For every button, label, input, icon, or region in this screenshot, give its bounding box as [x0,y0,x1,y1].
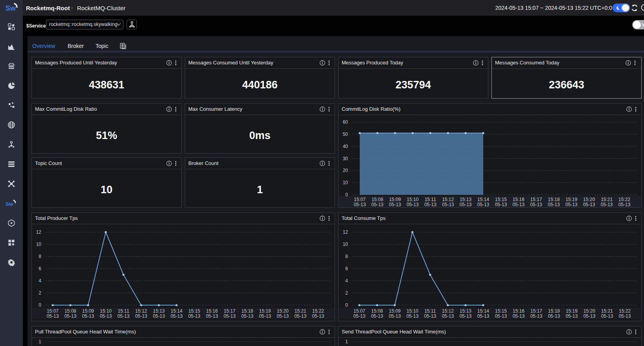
svg-text:15:10: 15:10 [100,308,112,314]
svg-text:15:09: 15:09 [389,197,401,202]
svg-text:05-13: 05-13 [601,202,613,207]
svg-text:05-13: 05-13 [460,202,472,207]
svg-text:05-13: 05-13 [442,202,454,207]
svg-text:15:14: 15:14 [477,197,489,202]
svg-text:05-13: 05-13 [82,313,94,319]
svg-text:10: 10 [36,242,42,247]
svg-text:05-13: 05-13 [583,202,595,207]
svg-text:15:18: 15:18 [548,197,560,202]
svg-text:05-13: 05-13 [153,313,165,319]
svg-text:15:14: 15:14 [171,308,182,314]
svg-text:05-13: 05-13 [206,313,218,319]
svg-text:50: 50 [343,132,348,137]
svg-text:05-13: 05-13 [424,202,436,207]
svg-text:05-13: 05-13 [548,313,560,319]
svg-text:15:07: 15:07 [354,197,366,202]
svg-text:15:15: 15:15 [495,308,507,314]
svg-text:15:13: 15:13 [460,197,471,202]
svg-text:4: 4 [345,278,348,284]
svg-text:05-13: 05-13 [353,313,366,319]
svg-text:1: 1 [39,339,41,344]
svg-text:15:07: 15:07 [353,308,365,314]
svg-text:05-13: 05-13 [477,313,489,319]
svg-text:05-13: 05-13 [442,313,454,319]
svg-text:15:14: 15:14 [477,308,489,314]
svg-text:Sw: Sw [6,201,13,207]
svg-text:10: 10 [343,180,348,185]
svg-text:15:09: 15:09 [82,308,94,314]
svg-text:15:21: 15:21 [601,197,613,202]
svg-text:15:15: 15:15 [188,308,200,314]
svg-text:15:10: 15:10 [407,308,418,314]
svg-text:12: 12 [343,229,348,235]
svg-text:05-13: 05-13 [389,202,401,207]
svg-text:15:13: 15:13 [460,308,471,314]
svg-text:05-13: 05-13 [118,313,130,319]
svg-text:V: V [642,22,644,28]
svg-text:05-13: 05-13 [371,313,383,319]
svg-text:05-13: 05-13 [407,313,419,319]
svg-text:05-13: 05-13 [583,313,596,319]
svg-text:05-13: 05-13 [312,313,324,319]
svg-text:15:17: 15:17 [530,197,542,202]
svg-text:15:17: 15:17 [224,308,236,314]
svg-text:15:22: 15:22 [619,308,631,314]
svg-text:15:18: 15:18 [241,308,253,314]
svg-text:15:08: 15:08 [372,197,383,202]
svg-text:0: 0 [345,302,348,308]
svg-text:15:20: 15:20 [583,308,595,314]
svg-text:6: 6 [345,266,348,271]
svg-text:15:11: 15:11 [118,308,129,314]
svg-text:05-13: 05-13 [188,313,201,319]
svg-text:10: 10 [343,242,348,247]
svg-text:30: 30 [343,156,348,161]
svg-text:05-13: 05-13 [495,313,507,319]
svg-text:12: 12 [36,229,42,235]
svg-text:05-13: 05-13 [135,313,147,319]
svg-text:15:08: 15:08 [64,308,76,314]
svg-text:15:16: 15:16 [513,308,524,314]
svg-text:Sw: Sw [6,4,16,12]
svg-text:05-13: 05-13 [566,313,578,319]
svg-text:05-13: 05-13 [601,313,613,319]
svg-text:15:11: 15:11 [425,197,436,202]
svg-text:05-13: 05-13 [407,202,419,207]
svg-text:2: 2 [39,290,41,296]
svg-text:05-13: 05-13 [389,313,401,319]
svg-text:15:08: 15:08 [371,308,383,314]
svg-text:05-13: 05-13 [512,202,524,207]
svg-text:20: 20 [343,168,348,173]
svg-text:05-13: 05-13 [100,313,112,319]
svg-text:15:12: 15:12 [442,308,454,314]
svg-text:2: 2 [345,290,348,296]
svg-text:05-13: 05-13 [477,202,489,207]
svg-text:15:12: 15:12 [135,308,147,314]
svg-text:15:21: 15:21 [601,308,613,314]
svg-text:05-13: 05-13 [619,313,631,319]
svg-text:15:16: 15:16 [513,197,524,202]
svg-text:05-13: 05-13 [47,313,59,319]
svg-text:4: 4 [39,278,41,284]
svg-text:15:19: 15:19 [259,308,271,314]
svg-text:0: 0 [39,302,41,308]
svg-text:05-13: 05-13 [372,202,384,207]
svg-text:05-13: 05-13 [277,313,289,319]
svg-text:05-13: 05-13 [548,202,560,207]
svg-text:05-13: 05-13 [354,202,366,207]
svg-text:05-13: 05-13 [530,202,542,207]
svg-text:15:09: 15:09 [389,308,401,314]
svg-text:05-13: 05-13 [565,202,578,207]
svg-text:05-13: 05-13 [259,313,271,319]
svg-text:6: 6 [39,266,41,271]
svg-text:05-13: 05-13 [171,313,183,319]
svg-text:15:22: 15:22 [312,308,324,314]
svg-text:60: 60 [343,119,348,125]
svg-text:05-13: 05-13 [618,202,631,207]
svg-text:15:15: 15:15 [495,197,507,202]
svg-text:8: 8 [345,254,348,259]
svg-text:15:10: 15:10 [407,197,419,202]
svg-text:05-13: 05-13 [513,313,525,319]
svg-text:05-13: 05-13 [460,313,472,319]
svg-text:05-13: 05-13 [241,313,254,319]
svg-text:15:19: 15:19 [566,308,578,314]
